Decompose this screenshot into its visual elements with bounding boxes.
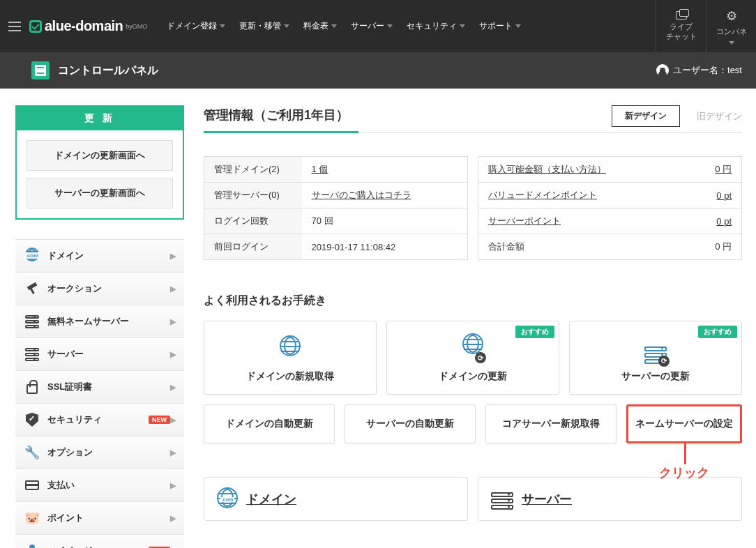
hamburger-button[interactable]	[0, 0, 29, 52]
chevron-down-icon	[460, 24, 465, 28]
table-value: 2019-01-17 11:08:42	[302, 234, 468, 260]
globe-icon: .com	[217, 487, 238, 510]
control-panel-button[interactable]: ⚙ コンパネ	[706, 0, 756, 52]
table-label: 合計金額	[478, 234, 687, 260]
logo-text: alue-domain	[45, 18, 123, 34]
table-value: 0 円	[686, 157, 741, 183]
sidebar-item-server[interactable]: サーバー ▶	[15, 338, 184, 371]
section-title: 管理情報（ご利用1年目）	[204, 107, 358, 133]
nav-security[interactable]: セキュリティ	[400, 20, 472, 32]
chevron-right-icon: ▶	[170, 448, 176, 457]
bottom-server-card[interactable]: サーバー	[478, 477, 742, 521]
table-label: 管理サーバー(0)	[204, 183, 302, 208]
globe-icon: .com	[24, 248, 40, 264]
chevron-right-icon: ▶	[170, 416, 176, 425]
table-value: 70 回	[302, 208, 468, 234]
sub-header: コントロールパネル ユーザー名：test	[0, 52, 756, 89]
sidebar-item-option[interactable]: 🔧 オプション ▶	[15, 436, 184, 469]
piggy-icon: 🐷	[24, 510, 40, 526]
wrench-icon: 🔧	[24, 444, 40, 461]
section-head: 管理情報（ご利用1年目） 新デザイン 旧デザイン	[204, 105, 742, 133]
chevron-right-icon: ▶	[170, 350, 176, 359]
proc-nameserver-settings[interactable]: ネームサーバーの設定	[626, 404, 742, 443]
chevron-down-icon	[284, 24, 289, 28]
control-panel-icon	[31, 61, 50, 79]
chevron-down-icon	[331, 24, 337, 28]
sidebar-item-nameserver[interactable]: 無料ネームサーバー ▶	[15, 305, 184, 338]
table-label: 前回ログイン	[204, 234, 302, 260]
side-menu: .com ドメイン ▶ オークション ▶ 無料ネームサーバー ▶ サーバー ▶	[15, 239, 184, 548]
sidebar-item-security[interactable]: セキュリティ NEW ▶	[15, 404, 184, 436]
recommended-badge: おすすめ	[698, 326, 737, 338]
chevron-right-icon: ▶	[170, 317, 176, 326]
top-header: alue-domain byGMO ドメイン登録 更新・移管 料金表 サーバー …	[0, 0, 756, 52]
domain-update-button[interactable]: ドメインの更新画面へ	[27, 140, 173, 171]
click-annotation: クリック	[659, 464, 709, 481]
lock-icon	[24, 379, 40, 395]
sidebar-item-payment[interactable]: 支払い ▶	[15, 469, 184, 502]
globe-icon	[211, 327, 369, 365]
proc-domain-auto[interactable]: ドメインの自動更新	[204, 404, 335, 443]
new-badge: NEW	[149, 416, 170, 424]
update-header: 更 新	[17, 107, 183, 130]
sidebar: 更 新 ドメインの更新画面へ サーバーの更新画面へ .com ドメイン ▶ オー…	[15, 105, 184, 548]
proc-server-renew[interactable]: おすすめ ⟳ サーバーの更新	[569, 321, 742, 395]
person-icon	[24, 542, 40, 548]
table-label: 購入可能金額（支払い方法）	[478, 157, 687, 183]
nav-pricing[interactable]: 料金表	[296, 20, 344, 32]
old-design-button[interactable]: 旧デザイン	[697, 110, 742, 123]
update-box: 更 新 ドメインの更新画面へ サーバーの更新画面へ	[15, 105, 184, 220]
chevron-down-icon	[515, 24, 521, 28]
table-value: 0 円	[686, 234, 741, 260]
info-tables: 管理ドメイン(2)1 個 管理サーバー(0)サーバのご購入はコチラ ログイン回数…	[204, 156, 742, 260]
proc-coreserver-new[interactable]: コアサーバー新規取得	[485, 404, 617, 443]
chevron-right-icon: ▶	[170, 383, 176, 392]
sidebar-item-auction[interactable]: オークション ▶	[15, 273, 184, 305]
table-label: 管理ドメイン(2)	[204, 157, 302, 183]
proc-domain-new[interactable]: ドメインの新規取得	[204, 321, 377, 395]
new-design-button[interactable]: 新デザイン	[612, 105, 680, 127]
sidebar-item-point[interactable]: 🐷 ポイント ▶	[15, 502, 184, 535]
proc-domain-renew[interactable]: おすすめ ⟳ ドメインの更新	[386, 321, 559, 395]
chevron-right-icon: ▶	[170, 252, 176, 261]
table-label: サーバーポイント	[478, 208, 687, 234]
annotation-line	[684, 443, 686, 464]
sidebar-item-ssl[interactable]: SSL証明書 ▶	[15, 371, 184, 404]
hamburger-icon	[8, 22, 21, 31]
nav-renew-transfer[interactable]: 更新・移管	[232, 20, 296, 32]
server-icon	[491, 489, 513, 510]
gear-icon: ⚙	[726, 8, 737, 24]
nav-domain-register[interactable]: ドメイン登録	[160, 20, 232, 32]
user-icon	[656, 64, 669, 77]
procedures-row-2: ドメインの自動更新 サーバーの自動更新 コアサーバー新規取得 ネームサーバーの設…	[204, 404, 742, 443]
server-icon	[24, 313, 40, 330]
main-nav: ドメイン登録 更新・移管 料金表 サーバー セキュリティ サポート	[160, 0, 656, 52]
bottom-sections: .com ドメイン サーバー	[204, 477, 742, 521]
nav-support[interactable]: サポート	[472, 20, 528, 32]
user-info[interactable]: ユーザー名：test	[656, 64, 742, 77]
nav-server[interactable]: サーバー	[344, 20, 400, 32]
balance-info-table: 購入可能金額（支払い方法）0 円 バリュードメインポイント0 pt サーバーポイ…	[478, 156, 742, 260]
server-icon	[24, 346, 40, 363]
logo-check-icon	[29, 20, 42, 33]
logo[interactable]: alue-domain byGMO	[29, 0, 160, 52]
chevron-down-icon	[387, 24, 393, 28]
card-icon	[24, 477, 40, 494]
chevron-right-icon: ▶	[170, 481, 176, 490]
sidebar-item-domain[interactable]: .com ドメイン ▶	[15, 240, 184, 273]
logo-sub: byGMO	[126, 23, 147, 30]
content: 管理情報（ご利用1年目） 新デザイン 旧デザイン 管理ドメイン(2)1 個 管理…	[204, 105, 742, 548]
bottom-domain-card[interactable]: .com ドメイン	[204, 477, 468, 521]
chevron-right-icon: ▶	[170, 284, 176, 294]
live-chat-button[interactable]: ライブ チャット	[656, 0, 706, 52]
page-title: コントロールパネル	[58, 63, 656, 78]
sidebar-item-mypage[interactable]: マイページ NEW ▶	[15, 535, 184, 548]
header-right: ライブ チャット ⚙ コンパネ	[656, 0, 756, 52]
table-value: 0 pt	[686, 183, 741, 208]
recommended-badge: おすすめ	[515, 326, 554, 338]
procedures-row-1: ドメインの新規取得 おすすめ ⟳ ドメインの更新 おすすめ ⟳ サーバーの更新	[204, 321, 742, 395]
chevron-right-icon: ▶	[170, 514, 176, 523]
proc-server-auto[interactable]: サーバーの自動更新	[345, 404, 476, 443]
server-update-button[interactable]: サーバーの更新画面へ	[27, 178, 173, 208]
procedures-title: よく利用されるお手続き	[204, 294, 742, 308]
